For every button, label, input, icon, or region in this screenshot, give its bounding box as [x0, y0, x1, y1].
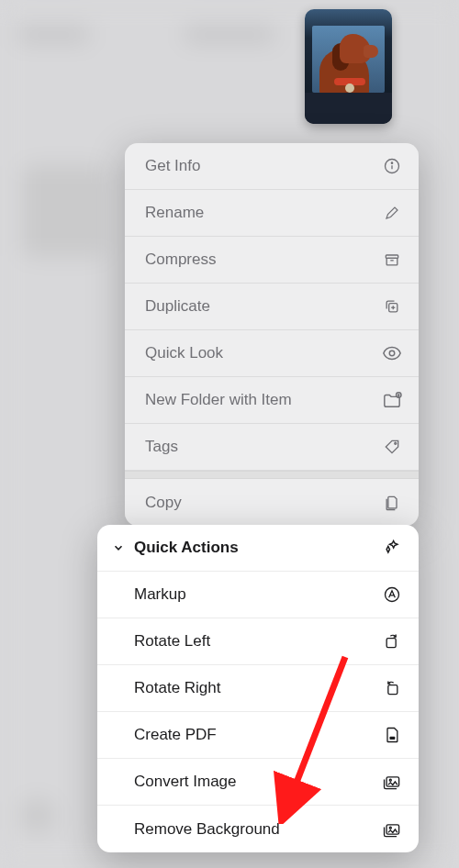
context-menu: Get Info Rename Compress Duplicate — [125, 143, 419, 526]
svg-point-19 — [389, 779, 391, 781]
menu-item-duplicate[interactable]: Duplicate — [125, 284, 419, 330]
panel-item-markup[interactable]: Markup — [97, 572, 419, 618]
file-thumbnail[interactable] — [305, 9, 392, 124]
chevron-down-icon — [108, 538, 129, 558]
menu-item-quick-look[interactable]: Quick Look — [125, 330, 419, 377]
menu-item-label: Duplicate — [145, 297, 210, 316]
eye-icon — [382, 343, 402, 363]
panel-item-label: Remove Background — [134, 820, 280, 839]
panel-item-rotate-right[interactable]: Rotate Right — [97, 665, 419, 712]
panel-item-convert-image[interactable]: Convert Image — [97, 759, 419, 806]
svg-point-13 — [395, 442, 397, 444]
pencil-icon — [382, 203, 402, 223]
quick-actions-panel: Quick Actions Markup Rotate Left Rotate … — [97, 525, 419, 852]
info-icon — [382, 156, 402, 176]
menu-item-get-info[interactable]: Get Info — [125, 143, 419, 190]
svg-point-21 — [389, 827, 391, 829]
svg-point-2 — [391, 162, 392, 163]
panel-item-label: Rotate Left — [134, 632, 210, 651]
new-folder-icon — [382, 390, 402, 410]
panel-item-label: Create PDF — [134, 726, 217, 744]
remove-background-icon — [382, 819, 402, 840]
quick-actions-header[interactable]: Quick Actions — [97, 525, 419, 572]
panel-item-label: Convert Image — [134, 773, 237, 791]
menu-item-label: Tags — [145, 438, 178, 456]
archive-icon — [382, 250, 402, 270]
menu-item-label: Quick Look — [145, 344, 223, 362]
menu-item-tags[interactable]: Tags — [125, 424, 419, 471]
menu-separator — [125, 471, 419, 479]
markup-icon — [382, 584, 402, 605]
menu-item-copy[interactable]: Copy — [125, 479, 419, 526]
panel-item-label: Rotate Right — [134, 679, 221, 697]
tag-icon — [382, 437, 402, 457]
copy-icon — [382, 493, 402, 513]
menu-item-label: Compress — [145, 250, 216, 269]
rotate-left-icon — [382, 631, 402, 651]
duplicate-icon — [382, 296, 402, 317]
sparkle-icon — [382, 538, 402, 558]
convert-image-icon — [382, 772, 402, 792]
svg-rect-17 — [390, 737, 396, 740]
menu-item-label: Get Info — [145, 157, 200, 175]
quick-actions-title: Quick Actions — [134, 539, 239, 557]
menu-item-new-folder[interactable]: New Folder with Item — [125, 377, 419, 424]
panel-item-rotate-left[interactable]: Rotate Left — [97, 618, 419, 665]
menu-item-rename[interactable]: Rename — [125, 190, 419, 237]
menu-item-label: Copy — [145, 494, 182, 512]
svg-rect-16 — [388, 685, 397, 695]
svg-rect-15 — [386, 639, 396, 648]
panel-item-label: Markup — [134, 585, 186, 604]
svg-rect-4 — [386, 258, 397, 265]
panel-item-remove-background[interactable]: Remove Background — [97, 806, 419, 852]
menu-item-label: New Folder with Item — [145, 391, 292, 409]
panel-item-create-pdf[interactable]: Create PDF — [97, 712, 419, 759]
rotate-right-icon — [382, 678, 402, 698]
svg-point-9 — [389, 351, 395, 356]
menu-item-label: Rename — [145, 204, 204, 222]
menu-item-compress[interactable]: Compress — [125, 237, 419, 284]
pdf-icon — [382, 725, 402, 745]
